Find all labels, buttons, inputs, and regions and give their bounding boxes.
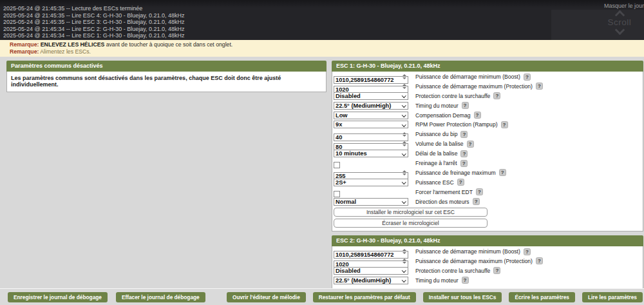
log-entry: 2025-05-24 @ 21:45:34 -- Lire ESC 2: G-H…	[3, 26, 644, 33]
beacon-delay-select[interactable]: 10 minutes	[334, 150, 408, 157]
field-label: Puissance de freinage maximum	[415, 170, 496, 176]
flash-all-escs-button[interactable]: Installer sur tous les ESCs	[423, 292, 502, 302]
help-icon[interactable]: ?	[499, 169, 506, 176]
common-settings-panel: Paramètres communs désactivés Les paramè…	[6, 61, 327, 92]
help-icon[interactable]: ?	[473, 198, 480, 205]
brake-on-stop-checkbox[interactable]	[334, 162, 340, 168]
field-row: 22.5° (MediumHigh) Timing du moteur ?	[334, 102, 639, 110]
help-icon[interactable]: ?	[457, 179, 464, 186]
log-entry: 2025-05-24 @ 21:45:35 -- Lecture des ESC…	[3, 5, 644, 12]
help-icon[interactable]: ?	[462, 277, 469, 284]
field-label: Compensation Demag	[415, 112, 471, 119]
field-row: Puissance de démarrage maximum (Protecti…	[334, 83, 639, 90]
note-emphasis: ENLEVEZ LES HÉLICES	[41, 41, 104, 48]
esc2-panel: ESC 2: G-H-30 - Bluejay, 0.21.0, 48kHz P…	[332, 235, 643, 289]
field-row: 9x RPM Power Protection (Rampup) ?	[334, 121, 639, 128]
demag-compensation-select[interactable]: Low	[334, 112, 408, 119]
help-icon[interactable]: ?	[493, 267, 500, 274]
field-label: Puissance de démarrage minimum (Boost)	[415, 74, 520, 80]
motor-timing-select[interactable]: 22.5° (MediumHigh)	[334, 102, 408, 110]
warning-note-1: Remarque: ENLEVEZ LES HÉLICES avant de t…	[10, 41, 644, 48]
chevron-down-icon	[402, 93, 406, 97]
help-icon[interactable]: ?	[536, 83, 543, 90]
log-entry: 2025-05-24 @ 21:45:35 -- Lire ESC 4: G-H…	[3, 12, 644, 19]
field-row: Puissance de démarrage minimum (Boost) ?	[334, 248, 639, 255]
force-edt-arm-checkbox[interactable]	[334, 191, 340, 197]
help-icon[interactable]: ?	[462, 102, 469, 109]
note-label: Remarque:	[10, 48, 39, 55]
field-row: Freinage à l'arrêt ?	[334, 159, 639, 167]
log-entry: 2025-05-24 @ 21:45:34 -- Lire ESC 1: G-H…	[3, 32, 644, 39]
common-settings-title: Paramètres communs désactivés	[6, 61, 327, 72]
help-icon[interactable]: ?	[460, 150, 468, 157]
esc1-title: ESC 1: G-H-30 - Bluejay, 0.21.0, 48kHz	[332, 61, 643, 72]
chevron-down-icon	[402, 113, 406, 117]
restore-defaults-button[interactable]: Restaurer les paramètres par défaut	[313, 292, 416, 302]
note-text: Alimentez les ESCs.	[39, 48, 91, 55]
field-row: 22.5° (MediumHigh) Timing du moteur ?	[334, 277, 639, 284]
debug-log: 2025-05-24 @ 21:45:35 -- Lecture des ESC…	[0, 0, 644, 40]
help-icon[interactable]: ?	[474, 112, 481, 119]
spinner-icon[interactable]	[402, 131, 407, 137]
rpm-power-protection-select[interactable]: 9x	[334, 121, 408, 128]
log-scroll-indicator[interactable]: Scroll	[603, 12, 636, 34]
chevron-down-icon	[402, 268, 406, 272]
help-icon[interactable]: ?	[460, 160, 468, 167]
field-label: Protection contre la surchauffe	[415, 93, 490, 99]
warning-banner: Remarque: ENLEVEZ LES HÉLICES avant de t…	[0, 40, 644, 57]
help-icon[interactable]: ?	[524, 248, 531, 255]
write-settings-button[interactable]: Écrire les paramètres	[509, 292, 574, 302]
esc1-panel: ESC 1: G-H-30 - Bluejay, 0.21.0, 48kHz P…	[332, 61, 643, 231]
spinner-icon[interactable]	[402, 258, 407, 264]
spinner-icon[interactable]	[402, 74, 407, 80]
flash-firmware-button[interactable]: Installer le micrologiciel sur cet ESC	[334, 208, 488, 217]
help-icon[interactable]: ?	[460, 131, 468, 138]
select-value: 2S+	[336, 179, 346, 186]
open-melody-editor-button[interactable]: Ouvrir l'éditeur de mélodie	[227, 292, 306, 302]
help-icon[interactable]: ?	[536, 257, 543, 264]
help-icon[interactable]: ?	[467, 141, 474, 148]
help-icon[interactable]: ?	[524, 74, 531, 81]
field-label: Puissance du bip	[415, 131, 457, 137]
chevron-down-icon	[402, 152, 406, 155]
field-row: Forcer l'armement EDT ?	[334, 188, 639, 196]
field-label: Forcer l'armement EDT	[415, 189, 473, 195]
field-row: Puissance de démarrage minimum (Boost) ?	[334, 73, 639, 81]
temperature-protection-select[interactable]: Disabled	[334, 92, 408, 100]
spinner-icon[interactable]	[402, 141, 407, 147]
chevron-down-icon	[402, 180, 406, 184]
chevron-down-icon	[402, 278, 406, 282]
motor-timing-select[interactable]: 22.5° (MediumHigh)	[334, 277, 408, 284]
note-label: Remarque:	[10, 41, 39, 48]
temperature-protection-select[interactable]: Disabled	[334, 267, 408, 275]
esc-power-select[interactable]: 2S+	[334, 179, 408, 186]
help-icon[interactable]: ?	[493, 92, 500, 99]
motor-direction-select[interactable]: Normal	[334, 198, 408, 206]
read-settings-button[interactable]: Lire les paramètres	[582, 292, 643, 302]
select-value: 22.5° (MediumHigh)	[336, 103, 391, 109]
field-label: Volume de la balise	[415, 141, 464, 147]
overwrite-firmware-button[interactable]: Écraser le micrologiciel	[334, 219, 488, 228]
field-label: Timing du moteur	[415, 277, 459, 284]
save-debug-log-button[interactable]: Enregistrer le journal de débogage	[8, 292, 108, 302]
select-value: Disabled	[336, 268, 361, 274]
spinner-icon[interactable]	[402, 83, 407, 90]
spinner-icon[interactable]	[402, 248, 407, 255]
field-label: Puissance de démarrage minimum (Boost)	[415, 248, 520, 255]
field-label: Direction des moteurs	[415, 199, 469, 205]
spinner-icon[interactable]	[402, 170, 407, 176]
select-value: Normal	[336, 199, 356, 205]
field-row: 10 minutes Délai de la balise ?	[334, 150, 639, 157]
field-row: 2S+ Puissance ESC ?	[334, 179, 639, 186]
field-label: Délai de la balise	[415, 150, 457, 157]
field-label: Protection contre la surchauffe	[415, 268, 490, 274]
hide-log-link[interactable]: Masquer le journal	[604, 3, 644, 9]
help-icon[interactable]: ?	[501, 121, 508, 128]
field-row: Normal Direction des moteurs ?	[334, 198, 639, 206]
field-row: Puissance du bip ?	[334, 130, 639, 138]
field-row: Volume de la balise ?	[334, 140, 639, 148]
help-icon[interactable]: ?	[476, 188, 483, 195]
clear-debug-log-button[interactable]: Effacer le journal de débogage	[116, 292, 205, 302]
warning-note-2: Remarque: Alimentez les ESCs.	[10, 48, 644, 55]
field-label: Freinage à l'arrêt	[415, 160, 457, 166]
